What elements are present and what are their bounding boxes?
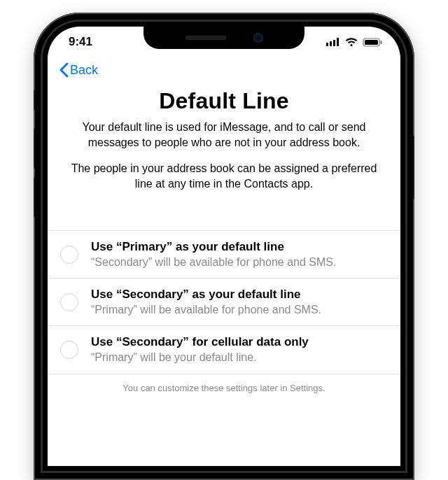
radio-unselected-icon [60, 293, 78, 311]
back-button[interactable]: Back [55, 59, 102, 80]
status-time: 9:41 [69, 35, 92, 49]
volume-down-button [34, 177, 35, 218]
option-subtitle: “Primary” will be your default line. [91, 351, 382, 365]
power-button [413, 135, 414, 199]
option-secondary-default[interactable]: Use “Secondary” as your default line “Pr… [48, 278, 400, 326]
content: Default Line Your default line is used f… [48, 83, 400, 191]
footer-note: You can customize these settings later i… [48, 374, 400, 407]
screen: 9:41 [48, 27, 400, 466]
radio-unselected-icon [60, 246, 78, 264]
option-subtitle: “Secondary” will be available for phone … [91, 255, 382, 270]
svg-rect-1 [330, 41, 332, 46]
option-primary-default[interactable]: Use “Primary” as your default line “Seco… [48, 231, 400, 278]
mute-switch [34, 90, 35, 111]
svg-rect-2 [333, 40, 335, 46]
volume-up-button [34, 128, 35, 169]
svg-rect-3 [337, 38, 339, 46]
chevron-left-icon [59, 62, 69, 78]
radio-unselected-icon [60, 341, 78, 359]
speaker-grille [186, 36, 226, 40]
phone-frame: 9:41 [34, 13, 414, 480]
nav-bar: Back [48, 57, 400, 83]
option-secondary-data-only[interactable]: Use “Secondary” for cellular data only “… [48, 326, 400, 374]
back-label: Back [70, 63, 98, 78]
front-camera [254, 34, 262, 42]
svg-rect-0 [326, 43, 328, 46]
option-title: Use “Secondary” as your default line [91, 287, 382, 302]
notch [144, 27, 304, 49]
wifi-icon [345, 38, 358, 47]
battery-icon [363, 38, 382, 47]
option-title: Use “Secondary” for cellular data only [91, 334, 382, 349]
page-title: Default Line [63, 88, 385, 114]
cellular-icon [326, 38, 340, 46]
option-subtitle: “Primary” will be available for phone an… [91, 303, 382, 318]
svg-rect-5 [365, 40, 378, 45]
option-title: Use “Primary” as your default line [91, 239, 382, 254]
options-list: Use “Primary” as your default line “Seco… [48, 230, 400, 374]
svg-rect-6 [381, 41, 382, 44]
page-description-1: Your default line is used for iMessage, … [63, 120, 385, 150]
page-description-2: The people in your address book can be a… [63, 161, 385, 191]
